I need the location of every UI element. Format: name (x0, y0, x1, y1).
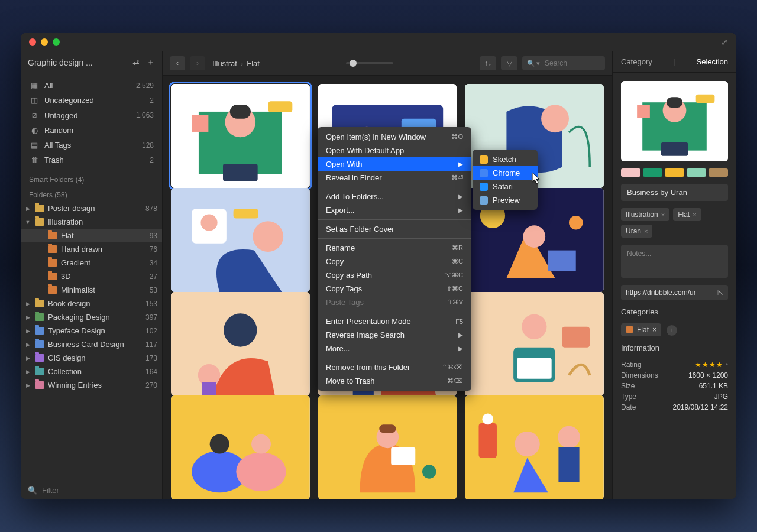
disclosure-icon[interactable]: ▶ (24, 328, 31, 334)
folder-cis-design[interactable]: ▶CIS design173 (21, 351, 162, 365)
menu-item-reveal-in-finder[interactable]: Reveal in Finder⌘⏎ (318, 171, 471, 184)
disclosure-icon[interactable]: ▶ (24, 369, 31, 375)
menu-item-enter-presentation-mode[interactable]: Enter Presentation ModeF5 (318, 314, 471, 328)
folder-collection[interactable]: ▶Collection164 (21, 365, 162, 378)
submenu-item-sketch[interactable]: Sketch (473, 153, 538, 166)
folder-winning-entries[interactable]: ▶Winning Entries270 (21, 378, 162, 392)
menu-item-add-to-folders-[interactable]: Add To Folders...▶ (318, 190, 471, 203)
notes-field[interactable]: Notes... (621, 245, 728, 278)
swap-icon[interactable]: ⇄ (132, 57, 140, 68)
submenu-item-safari[interactable]: Safari (473, 180, 538, 193)
sidebar-item-untagged[interactable]: ⧄Untagged1,063 (21, 108, 162, 123)
menu-item-copy[interactable]: Copy⌘C (318, 255, 471, 268)
folder-book-design[interactable]: ▶Book design153 (21, 297, 162, 310)
folder-icon (35, 205, 44, 212)
tag[interactable]: Flat× (673, 208, 701, 221)
url-field[interactable]: https://dribbble.com/ur ⇱ (621, 285, 728, 300)
sort-button[interactable]: ↑↓ (480, 56, 496, 70)
search-field[interactable]: 🔍 ▾ (522, 56, 605, 70)
sidebar-item-trash[interactable]: 🗑Trash2 (21, 153, 162, 167)
menu-item-more-[interactable]: More...▶ (318, 342, 471, 355)
sidebar-item-all[interactable]: ▦All2,529 (21, 78, 162, 93)
sidebar-item-uncategorized[interactable]: ◫Uncategorized2 (21, 93, 162, 108)
color-swatch[interactable] (665, 168, 684, 177)
folder-hand-drawn[interactable]: Hand drawn76 (21, 242, 162, 256)
disclosure-icon[interactable]: ▶ (24, 342, 31, 348)
menu-item-move-to-trash[interactable]: Move to Trash⌘⌫ (318, 374, 471, 388)
folder-gradient[interactable]: Gradient34 (21, 256, 162, 270)
thumbnail[interactable] (171, 188, 310, 292)
folder-minimalist[interactable]: Minimalist53 (21, 283, 162, 297)
remove-tag-icon[interactable]: × (661, 211, 665, 218)
sidebar-item-all-tags[interactable]: ▤All Tags128 (21, 138, 162, 153)
tab-category[interactable]: Category (621, 57, 652, 66)
menu-item-copy-tags[interactable]: Copy Tags⇧⌘C (318, 282, 471, 296)
disclosure-icon[interactable]: ▶ (24, 301, 31, 307)
folder-illustration[interactable]: ▼Illustration (21, 215, 162, 229)
add-category-button[interactable]: + (667, 325, 677, 336)
tags-icon: ▤ (29, 141, 40, 150)
folders-label[interactable]: Folders (58) (21, 186, 162, 202)
back-button[interactable]: ‹ (170, 56, 185, 70)
menu-item-rename[interactable]: Rename⌘R (318, 241, 471, 255)
breadcrumb-segment[interactable]: Flat (247, 59, 260, 68)
pin-icon[interactable]: ⤢ (721, 37, 728, 47)
zoom-icon[interactable] (53, 38, 60, 46)
folder-flat[interactable]: Flat93 (21, 229, 162, 242)
category-chip[interactable]: Flat × (621, 323, 661, 336)
filter-button[interactable]: ▽ (501, 56, 517, 70)
menu-item-reverse-image-search[interactable]: Reverse Image Search▶ (318, 328, 471, 342)
sidebar-item-random[interactable]: ◐Random (21, 123, 162, 138)
thumbnail[interactable] (465, 395, 604, 499)
breadcrumb-segment[interactable]: Illustrat (212, 59, 237, 68)
folder-poster-design[interactable]: ▶Poster design878 (21, 202, 162, 215)
color-swatch[interactable] (643, 168, 662, 177)
disclosure-icon[interactable]: ▶ (24, 382, 31, 388)
disclosure-icon[interactable]: ▼ (24, 219, 31, 225)
minimize-icon[interactable] (41, 38, 48, 46)
folder-3d[interactable]: 3D27 (21, 270, 162, 283)
tag[interactable]: Illustration× (621, 208, 669, 221)
thumbnail[interactable] (465, 292, 604, 396)
context-menu[interactable]: Open Item(s) in New Window⌘OOpen With De… (318, 127, 471, 391)
breadcrumb[interactable]: Illustrat › Flat (212, 59, 260, 68)
remove-tag-icon[interactable]: × (693, 211, 696, 218)
folder-packaging-design[interactable]: ▶Packaging Design397 (21, 310, 162, 324)
open-with-submenu[interactable]: SketchChromeSafariPreview (473, 150, 538, 210)
smart-folders-label[interactable]: Smart Folders (4) (21, 171, 162, 186)
folder-business-card-design[interactable]: ▶Business Card Design117 (21, 338, 162, 351)
thumbnail[interactable] (171, 292, 310, 396)
remove-icon[interactable]: × (652, 326, 656, 334)
tag[interactable]: Uran× (621, 225, 652, 238)
menu-item-open-with-default-app[interactable]: Open With Default App (318, 144, 471, 157)
submenu-item-preview[interactable]: Preview (473, 193, 538, 207)
forward-button[interactable]: › (190, 56, 205, 70)
menu-item-open-with[interactable]: Open With▶ (318, 157, 471, 171)
sidebar-filter[interactable]: 🔍 (21, 481, 162, 499)
menu-item-set-as-folder-cover[interactable]: Set as Folder Cover (318, 222, 471, 236)
color-swatch[interactable] (687, 168, 706, 177)
color-swatch[interactable] (621, 168, 640, 177)
color-swatch[interactable] (709, 168, 728, 177)
disclosure-icon[interactable]: ▶ (24, 206, 31, 212)
disclosure-icon[interactable]: ▶ (24, 355, 31, 361)
thumbnail[interactable] (318, 395, 457, 499)
thumbnail-size-slider[interactable] (346, 62, 393, 64)
disclosure-icon[interactable]: ▶ (24, 314, 31, 320)
library-header[interactable]: Graphic design ... ⇄ ＋ (21, 51, 162, 74)
thumbnail[interactable] (171, 84, 310, 188)
thumbnail[interactable] (171, 395, 310, 499)
add-icon[interactable]: ＋ (147, 57, 155, 68)
external-link-icon[interactable]: ⇱ (717, 288, 723, 297)
submenu-item-chrome[interactable]: Chrome (473, 166, 538, 180)
folder-typeface-design[interactable]: ▶Typeface Design102 (21, 324, 162, 338)
remove-tag-icon[interactable]: × (644, 228, 648, 235)
title-field[interactable]: Business by Uran (621, 184, 728, 201)
menu-item-open-item-s-in-new-window[interactable]: Open Item(s) in New Window⌘O (318, 130, 471, 144)
menu-item-remove-from-this-folder[interactable]: Remove from this Folder⇧⌘⌫ (318, 361, 471, 374)
tab-selection[interactable]: Selection (697, 57, 728, 66)
close-icon[interactable] (29, 38, 36, 46)
menu-item-export-[interactable]: Export...▶ (318, 203, 471, 217)
filter-input[interactable] (42, 486, 155, 495)
menu-item-copy-as-path[interactable]: Copy as Path⌥⌘C (318, 268, 471, 282)
